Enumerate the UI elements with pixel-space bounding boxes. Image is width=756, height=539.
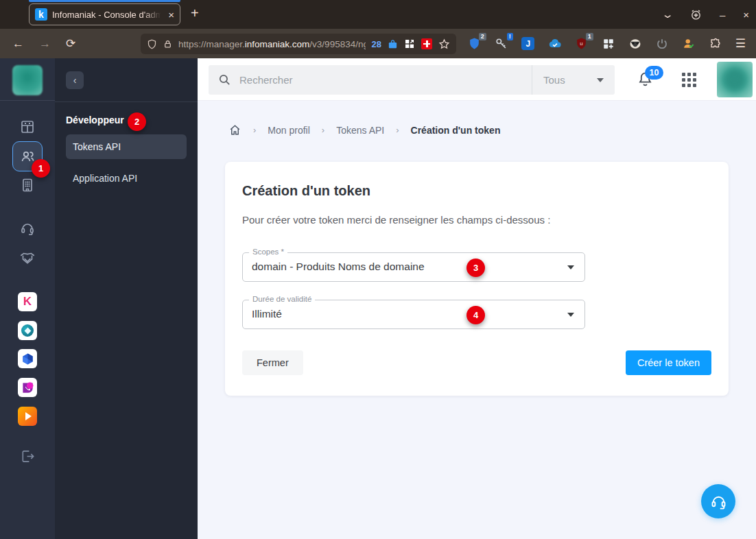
rail-divider	[0, 100, 55, 101]
app-kchat-icon[interactable]	[18, 349, 37, 368]
app-header: Tous 10	[198, 58, 756, 101]
chevron-down-icon	[567, 265, 574, 270]
active-tab-accent	[29, 0, 180, 2]
home-icon[interactable]	[228, 123, 241, 136]
back-button[interactable]: ←	[12, 37, 24, 51]
ublock-extension-icon[interactable]: u 1	[575, 37, 589, 51]
duration-field-value: Illimité	[252, 308, 282, 320]
tab-list-caret-icon[interactable]: ⌄	[661, 8, 674, 21]
app-vod-icon[interactable]	[18, 407, 37, 426]
breadcrumb-tokens-api[interactable]: Tokens API	[336, 125, 384, 136]
app-kdrive-icon[interactable]	[18, 321, 37, 340]
alarm-extension-icon[interactable]	[690, 9, 702, 21]
power-extension-icon[interactable]	[655, 37, 669, 51]
sidebar-item-dashboard[interactable]	[0, 119, 55, 135]
duration-select-field[interactable]: Durée de validité Illimité 4	[242, 300, 585, 329]
subnav-section-title: Développeur	[66, 115, 124, 125]
url-text[interactable]: https://manager.infomaniak.com/v3/995834…	[178, 39, 366, 49]
extensions-puzzle-icon[interactable]	[709, 37, 722, 51]
minimize-button[interactable]: –	[720, 9, 725, 21]
reload-button[interactable]: ⟳	[66, 36, 75, 51]
duration-field-label: Durée de validité	[249, 295, 315, 303]
menu-hamburger-icon[interactable]: ☰	[735, 36, 746, 51]
sidebar-item-support[interactable]	[0, 220, 55, 237]
page-content: › Mon profil › Tokens API › Création d'u…	[198, 101, 756, 539]
new-tab-button[interactable]: +	[191, 5, 199, 21]
main-area: Tous 10 › Mon profil › Tokens API › Créa…	[198, 58, 756, 539]
chevron-right-icon: ›	[396, 125, 399, 135]
person-check-extension-icon[interactable]	[682, 37, 696, 51]
tracking-shield-icon[interactable]	[147, 39, 157, 49]
token-creation-card: Création d'un token Pour créer votre tok…	[225, 162, 729, 396]
browser-titlebar: k Infomaniak - Console d'adm × + ⌄ – ×	[0, 0, 756, 29]
cloud-extension-icon[interactable]	[548, 37, 562, 51]
step-badge-2: 2	[128, 112, 146, 131]
tab-title: Infomaniak - Console d'adm	[52, 10, 163, 20]
site-favicon: k	[35, 8, 47, 21]
key-extension-icon[interactable]: !	[495, 37, 508, 51]
tiles-plus-extension-icon[interactable]	[602, 37, 615, 51]
logout-icon[interactable]	[0, 448, 55, 464]
briefcase-container-icon	[388, 39, 398, 49]
search-icon	[218, 73, 231, 86]
step-badge-3: 3	[466, 259, 485, 277]
search-input[interactable]	[239, 74, 532, 86]
browser-tab[interactable]: k Infomaniak - Console d'adm ×	[29, 3, 180, 25]
subnav-divider	[55, 101, 198, 102]
svg-text:u: u	[580, 40, 583, 47]
privacy-badger-extension-icon[interactable]	[628, 37, 642, 51]
sidebar-item-partner[interactable]	[0, 249, 55, 267]
notifications-button[interactable]: 10	[637, 71, 654, 88]
breadcrumb: › Mon profil › Tokens API › Création d'u…	[228, 123, 500, 136]
lock-icon[interactable]	[163, 40, 172, 49]
container-tab-count: 28	[372, 39, 381, 49]
window-close-button[interactable]: ×	[743, 9, 749, 21]
apps-grid-button[interactable]	[682, 73, 697, 88]
extension-strip: 2 ! J u 1 ☰	[468, 29, 746, 58]
close-button[interactable]: Fermer	[242, 350, 303, 375]
create-token-button[interactable]: Créer le token	[626, 350, 711, 375]
sidebar-item-organization[interactable]	[0, 177, 55, 193]
subnav-item-application-api[interactable]: Application API	[66, 166, 187, 191]
url-bar[interactable]: https://manager.infomaniak.com/v3/995834…	[141, 34, 456, 54]
subnav-item-tokens-api[interactable]: Tokens API	[66, 134, 187, 159]
tab-close-icon[interactable]: ×	[168, 9, 174, 21]
shield-extension-icon[interactable]: 2	[468, 37, 482, 51]
joplin-extension-icon[interactable]: J	[521, 37, 535, 51]
developer-subnav: ‹ Développeur 2 Tokens API Application A…	[55, 58, 198, 539]
forward-button[interactable]: →	[39, 37, 51, 51]
app-kmeet-icon[interactable]	[18, 378, 37, 397]
bookmark-star-icon[interactable]	[438, 38, 450, 50]
chevron-right-icon: ›	[322, 125, 324, 135]
notification-count-badge: 10	[645, 66, 663, 80]
page-action-tiles-icon[interactable]	[404, 38, 415, 49]
headset-icon	[709, 492, 728, 511]
user-avatar[interactable]	[717, 62, 753, 97]
app-rail: 1 K	[0, 58, 55, 539]
step-badge-1: 1	[32, 159, 50, 178]
chevron-down-icon	[567, 313, 574, 317]
search-scope-select[interactable]: Tous	[532, 74, 615, 86]
search-bar[interactable]: Tous	[209, 65, 615, 95]
card-title: Création d'un token	[242, 183, 370, 199]
app-ksuite-icon[interactable]: K	[18, 292, 37, 311]
step-badge-4: 4	[466, 306, 485, 324]
scopes-select-field[interactable]: Scopes * domain - Produits Noms de domai…	[242, 252, 585, 282]
breadcrumb-mon-profil[interactable]: Mon profil	[268, 125, 309, 136]
breadcrumb-current: Création d'un token	[411, 125, 501, 136]
card-subtitle: Pour créer votre token merci de renseign…	[242, 214, 550, 226]
scopes-field-value: domain - Produits Noms de domaine	[252, 261, 425, 273]
swiss-flag-icon[interactable]	[421, 38, 432, 49]
collapse-sidebar-button[interactable]: ‹	[66, 71, 84, 89]
chevron-right-icon: ›	[253, 125, 256, 135]
chevron-down-icon	[597, 78, 604, 82]
infomaniak-logo[interactable]	[12, 65, 43, 95]
support-chat-button[interactable]	[701, 484, 735, 518]
scopes-field-label: Scopes *	[249, 248, 287, 256]
